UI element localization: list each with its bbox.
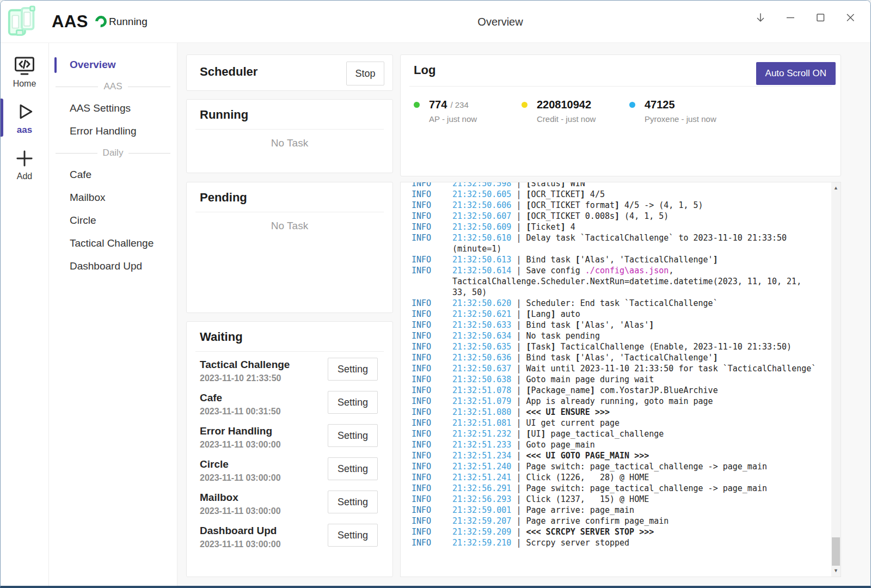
- log-message: [Task] TacticalChallenge (Enable, 2023-1…: [526, 342, 792, 352]
- log-level: INFO: [412, 483, 431, 494]
- scrollbar-thumb[interactable]: [832, 537, 840, 566]
- log-level: INFO: [412, 254, 431, 265]
- log-time: 21:32:59.209: [452, 527, 511, 537]
- log-level: INFO: [412, 439, 431, 450]
- log-line: INFO21:32:50.637 | Wait until 2023-11-10…: [401, 363, 833, 374]
- log-separator: |: [511, 429, 526, 439]
- scheduler-status-text: Running: [109, 16, 148, 28]
- log-time: 21:32:50.607: [452, 211, 511, 221]
- maximize-button[interactable]: [808, 5, 833, 30]
- stat-suffix: / 234: [450, 100, 468, 109]
- log-level: INFO: [412, 298, 431, 309]
- minimize-icon: [784, 11, 797, 26]
- log-separator: |: [511, 516, 526, 526]
- log-separator: |: [511, 255, 526, 265]
- rail-item-label: Home: [13, 79, 36, 89]
- waiting-task-row: Mailbox2023-11-11 03:00:00Setting: [200, 488, 379, 522]
- log-level: INFO: [412, 189, 431, 200]
- app-name: AAS: [52, 12, 88, 32]
- log-separator: |: [511, 331, 526, 341]
- log-line-list: INFO21:32:50.598 | [Status] WININFO21:32…: [401, 182, 841, 548]
- log-line: INFO21:32:51.081 | UI get current page: [401, 418, 833, 428]
- log-message: [Package_name] com.YostarJP.BlueArchive: [526, 385, 717, 395]
- rail-item-add[interactable]: Add: [1, 144, 48, 183]
- log-separator: |: [511, 494, 526, 504]
- waiting-task-row: Dashboard Upd2023-11-11 03:00:00Setting: [200, 522, 379, 555]
- stat-label: Pyroxene - just now: [645, 114, 737, 124]
- log-separator: |: [511, 189, 526, 199]
- log-time: 21:32:51.080: [452, 407, 511, 417]
- task-setting-button[interactable]: Setting: [328, 524, 378, 547]
- nav-item-mailbox[interactable]: Mailbox: [49, 186, 177, 209]
- nav-item-circle[interactable]: Circle: [49, 209, 177, 232]
- task-setting-button[interactable]: Setting: [328, 491, 378, 513]
- log-level: INFO: [412, 320, 431, 330]
- task-setting-button[interactable]: Setting: [328, 424, 378, 447]
- task-setting-button[interactable]: Setting: [328, 358, 378, 381]
- waiting-task-row: Tactical Challenge2023-11-10 21:33:50Set…: [200, 356, 379, 389]
- nav-item-dashboard-upd[interactable]: Dashboard Upd: [49, 255, 177, 278]
- log-line: INFO21:32:59.207 | Page arrive confirm p…: [401, 516, 833, 526]
- nav-item-label: Overview: [70, 59, 116, 71]
- log-line: INFO21:32:50.614 | Save config ./config\…: [401, 265, 833, 298]
- nav-item-label: Cafe: [70, 169, 91, 181]
- rail-item-home[interactable]: Home: [1, 52, 48, 91]
- stat-value: 220810942: [537, 99, 591, 111]
- log-level: INFO: [412, 494, 431, 505]
- waiting-task-list: Tactical Challenge2023-11-10 21:33:50Set…: [187, 356, 392, 555]
- minimize-button[interactable]: [778, 5, 803, 30]
- log-separator: |: [511, 505, 526, 515]
- stop-button[interactable]: Stop: [346, 62, 384, 85]
- log-separator: |: [511, 375, 526, 384]
- log-time: 21:32:50.605: [452, 189, 511, 199]
- log-message: Page arrive confirm page_main: [526, 516, 668, 526]
- log-time: 21:32:50.638: [452, 375, 511, 384]
- log-line: INFO21:32:51.233 | Goto page_main: [401, 439, 833, 450]
- nav-item-aas-settings[interactable]: AAS Settings: [49, 97, 177, 120]
- log-output[interactable]: INFO21:32:50.598 | [Status] WININFO21:32…: [400, 182, 841, 577]
- log-level: INFO: [412, 407, 431, 418]
- log-message: UI get current page: [526, 418, 619, 428]
- log-time: 21:32:50.606: [452, 200, 511, 210]
- log-line: INFO21:32:50.609 | [Ticket] 4: [401, 222, 833, 232]
- log-separator: |: [511, 473, 526, 482]
- log-message: [Lang] auto: [526, 309, 580, 319]
- auto-scroll-button[interactable]: Auto Scroll ON: [756, 62, 836, 85]
- stat-value-row: 220810942: [522, 99, 629, 111]
- log-scrollbar[interactable]: ▲ ▼: [831, 182, 841, 577]
- update-button[interactable]: [748, 5, 773, 30]
- log-separator: |: [511, 266, 526, 275]
- log-line: INFO21:32:50.621 | [Lang] auto: [401, 309, 833, 320]
- log-time: 21:32:51.232: [452, 429, 511, 439]
- log-level: INFO: [412, 428, 431, 439]
- log-time: 21:32:51.081: [452, 418, 511, 428]
- task-setting-button[interactable]: Setting: [328, 457, 378, 480]
- divider: [409, 86, 832, 87]
- task-next-run: 2023-11-10 21:33:50: [200, 373, 281, 383]
- nav-item-error-handling[interactable]: Error Handling: [49, 120, 177, 143]
- nav-item-tactical-challenge[interactable]: Tactical Challenge: [49, 232, 177, 255]
- log-separator: |: [511, 298, 526, 308]
- nav-item-label: AAS Settings: [70, 102, 131, 114]
- log-message: [Ticket] 4: [526, 222, 575, 232]
- nav-item-overview[interactable]: Overview: [49, 53, 177, 76]
- nav-item-cafe[interactable]: Cafe: [49, 163, 177, 186]
- log-line: INFO21:32:56.293 | Click (1237, 15) @ HO…: [401, 494, 833, 505]
- log-message: Bind task ['Alas', 'TacticalChallenge']: [526, 255, 717, 265]
- dashboard-stat: 47125Pyroxene - just now: [629, 99, 737, 124]
- log-line: INFO21:32:51.232 | [UI] page_tactical_ch…: [401, 428, 833, 439]
- log-time: 21:32:50.610: [452, 233, 511, 243]
- task-setting-button[interactable]: Setting: [328, 391, 378, 414]
- log-separator: |: [511, 538, 526, 548]
- scrollbar-up-arrow[interactable]: ▲: [831, 183, 841, 193]
- log-separator: |: [511, 396, 526, 406]
- stat-dot-icon: [414, 102, 420, 108]
- rail-item-aas[interactable]: aas: [1, 97, 48, 138]
- log-separator: |: [511, 222, 526, 232]
- stat-value-row: 774/ 234: [414, 99, 522, 111]
- task-name: Cafe: [200, 392, 222, 404]
- scrollbar-down-arrow[interactable]: ▼: [831, 566, 841, 575]
- close-button[interactable]: [838, 5, 863, 30]
- divider: [195, 212, 384, 212]
- log-message: No task pending: [526, 331, 599, 341]
